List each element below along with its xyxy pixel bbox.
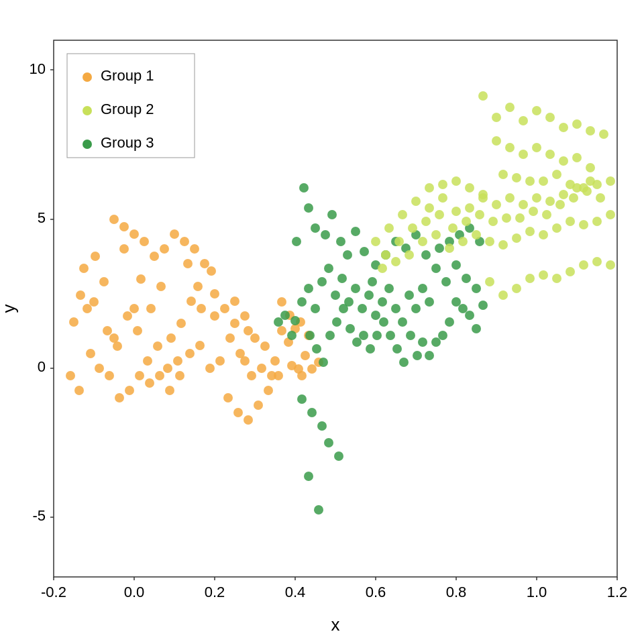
svg-point-144 <box>359 331 368 340</box>
svg-point-269 <box>438 180 447 189</box>
svg-point-38 <box>103 326 112 335</box>
svg-point-268 <box>425 183 434 193</box>
svg-point-46 <box>145 378 154 388</box>
svg-point-16 <box>109 333 119 343</box>
svg-point-34 <box>143 356 152 366</box>
svg-point-88 <box>74 386 84 395</box>
svg-point-105 <box>297 297 307 307</box>
legend-label-group3: Group 3 <box>101 134 154 151</box>
svg-point-149 <box>392 344 402 354</box>
svg-point-232 <box>498 240 508 250</box>
svg-point-201 <box>532 193 541 203</box>
svg-point-216 <box>515 213 525 223</box>
svg-point-70 <box>223 393 233 402</box>
svg-point-50 <box>185 349 195 358</box>
svg-point-147 <box>379 317 388 327</box>
svg-point-91 <box>76 290 85 300</box>
scatter-plot: -5 0 5 10 -0.2 0.0 0.2 0.4 0.6 0.8 1.0 1… <box>0 0 644 644</box>
svg-point-165 <box>327 210 337 219</box>
svg-point-68 <box>119 222 129 231</box>
svg-point-279 <box>566 267 575 276</box>
svg-point-106 <box>304 284 313 293</box>
svg-point-157 <box>334 451 343 461</box>
svg-point-278 <box>552 274 561 283</box>
svg-point-260 <box>512 173 521 182</box>
svg-point-148 <box>386 331 395 340</box>
svg-point-239 <box>592 217 602 226</box>
svg-point-72 <box>244 415 253 425</box>
y-tick-label: 5 <box>38 209 46 226</box>
svg-point-158 <box>304 472 313 481</box>
svg-point-150 <box>399 358 409 367</box>
svg-point-57 <box>230 319 239 328</box>
svg-point-94 <box>277 297 286 307</box>
svg-point-85 <box>277 326 286 335</box>
svg-point-251 <box>492 136 501 146</box>
svg-point-58 <box>220 304 229 313</box>
svg-point-266 <box>592 180 602 189</box>
svg-point-189 <box>371 237 380 246</box>
svg-point-208 <box>408 223 417 233</box>
svg-point-140 <box>332 317 341 327</box>
x-tick-label: 1.0 <box>527 584 547 600</box>
svg-point-202 <box>545 197 555 206</box>
x-tick-label: 0.6 <box>366 584 386 600</box>
svg-point-142 <box>345 324 355 333</box>
svg-point-24 <box>176 319 186 328</box>
svg-point-171 <box>274 317 283 327</box>
svg-point-186 <box>458 304 468 313</box>
svg-point-29 <box>193 282 203 291</box>
svg-point-213 <box>475 210 484 219</box>
svg-point-131 <box>431 264 441 273</box>
svg-point-198 <box>492 200 501 209</box>
svg-point-47 <box>155 371 164 380</box>
svg-point-25 <box>186 297 196 306</box>
svg-point-36 <box>123 311 132 321</box>
svg-point-152 <box>413 351 422 360</box>
svg-point-190 <box>384 223 394 233</box>
svg-point-66 <box>140 237 149 246</box>
svg-point-272 <box>478 190 488 199</box>
svg-point-181 <box>425 351 434 360</box>
svg-point-143 <box>352 337 362 347</box>
svg-point-153 <box>297 394 307 404</box>
svg-point-179 <box>478 301 488 310</box>
svg-point-276 <box>525 274 535 283</box>
svg-point-245 <box>532 106 541 115</box>
svg-point-249 <box>586 126 595 136</box>
svg-point-244 <box>519 116 528 125</box>
svg-point-45 <box>135 371 144 380</box>
svg-point-282 <box>606 260 615 270</box>
svg-point-118 <box>384 284 394 293</box>
svg-point-187 <box>465 311 474 320</box>
svg-point-81 <box>240 356 250 366</box>
svg-point-185 <box>451 297 461 307</box>
svg-point-183 <box>438 331 447 340</box>
svg-point-154 <box>307 408 317 417</box>
svg-point-212 <box>462 217 471 226</box>
svg-point-67 <box>129 229 139 239</box>
svg-point-160 <box>311 223 320 233</box>
svg-point-220 <box>569 193 578 203</box>
svg-point-87 <box>89 297 99 307</box>
chart-container: -5 0 5 10 -0.2 0.0 0.2 0.4 0.6 0.8 1.0 1… <box>0 0 644 644</box>
svg-point-49 <box>175 371 184 380</box>
svg-point-194 <box>438 193 447 203</box>
svg-point-263 <box>552 170 561 179</box>
svg-point-15 <box>129 304 139 313</box>
svg-point-233 <box>512 233 521 243</box>
svg-point-51 <box>195 341 205 350</box>
x-tick-label: 1.2 <box>607 584 628 600</box>
x-tick-label: -0.2 <box>41 584 66 600</box>
svg-point-240 <box>606 210 615 219</box>
svg-point-82 <box>247 371 256 380</box>
svg-point-86 <box>79 264 89 273</box>
svg-point-169 <box>360 247 369 256</box>
svg-point-100 <box>287 361 297 370</box>
svg-point-215 <box>502 213 511 223</box>
svg-point-200 <box>519 200 528 209</box>
svg-point-35 <box>133 326 142 335</box>
svg-point-113 <box>351 284 360 293</box>
legend-dot-group3 <box>83 140 92 149</box>
svg-point-138 <box>319 358 328 367</box>
